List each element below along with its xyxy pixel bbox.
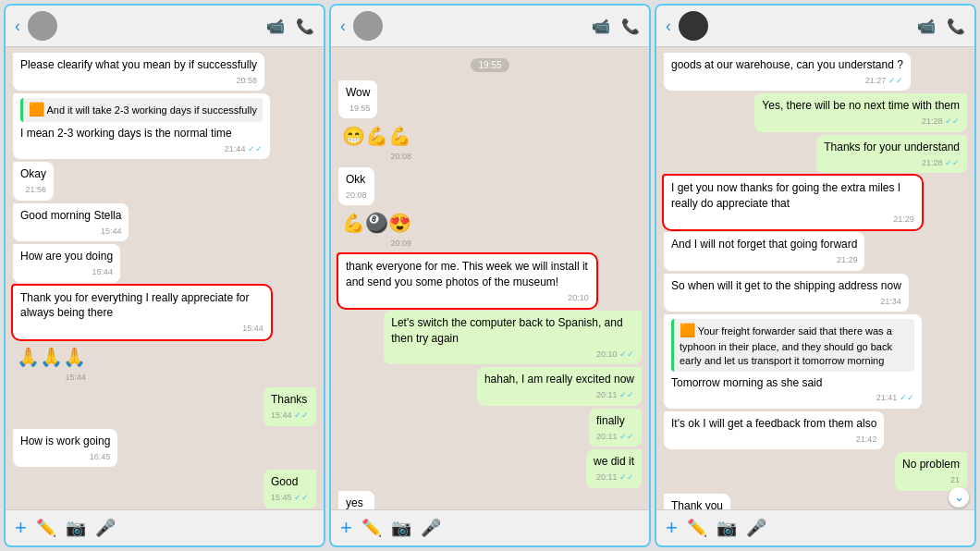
- msg-text: Okay: [20, 167, 46, 180]
- msg-time: 21:28 ✓✓: [824, 157, 960, 169]
- msg-text: goods at our warehouse, can you understa…: [671, 58, 903, 71]
- table-row: Please clearify what you mean by if succ…: [13, 53, 316, 91]
- msg-time: 20:11 ✓✓: [484, 389, 634, 401]
- scroll-down-button-3[interactable]: ⌄: [949, 487, 969, 508]
- chat-panel-1: ‹ 📹 📞 Please clearify what you mean by i…: [4, 4, 325, 547]
- tick-icon: ✓✓: [619, 472, 634, 482]
- camera-icon-1[interactable]: 📷: [66, 518, 86, 538]
- phone-icon-2[interactable]: 📞: [621, 18, 640, 35]
- bubble: Thanks 15:44 ✓✓: [263, 387, 316, 425]
- table-row: I get you now thanks for going the extra…: [664, 176, 967, 229]
- avatar-1: [28, 11, 57, 41]
- msg-time: 20:11 ✓✓: [596, 431, 634, 443]
- bubble: hahah, I am really excited now 20:11 ✓✓: [477, 367, 642, 405]
- bubble: 🟧 Your freight forwarder said that there…: [664, 314, 922, 409]
- table-row: 💪🎱😍 20:09: [338, 208, 642, 251]
- msg-text: Thanks: [271, 393, 307, 406]
- bubble: 😁💪💪 20:08: [338, 121, 415, 165]
- plus-button-3[interactable]: +: [666, 516, 678, 540]
- chat-panel-2: ‹ 📹 📞 19:55 Wow 19:55 😁💪💪 20:08: [329, 4, 651, 547]
- compose-icon-3[interactable]: ✏️: [687, 518, 707, 538]
- msg-text: Thanks for your understand: [824, 141, 960, 153]
- table-row: goods at our warehouse, can you understa…: [664, 53, 967, 91]
- msg-time: 21:34: [671, 296, 901, 308]
- bubble: Good 15:45 ✓✓: [263, 470, 316, 508]
- mic-icon-2[interactable]: 🎤: [421, 518, 441, 538]
- camera-icon-3[interactable]: 📷: [717, 518, 737, 538]
- phone-icon-3[interactable]: 📞: [947, 18, 965, 35]
- video-icon-1[interactable]: 📹: [266, 18, 285, 35]
- back-arrow-1[interactable]: ‹: [15, 17, 20, 36]
- mic-icon-3[interactable]: 🎤: [746, 518, 766, 538]
- bubble: No problem 21: [895, 452, 967, 490]
- tick-icon: ✓✓: [248, 144, 263, 153]
- msg-time: 15:45 ✓✓: [271, 492, 309, 504]
- msg-text: Good: [271, 475, 298, 488]
- tick-icon: ✓✓: [619, 349, 634, 359]
- table-row: Okk 20:08: [338, 167, 642, 205]
- tick-icon: ✓✓: [294, 410, 309, 420]
- chat-footer-2: + ✏️ 📷 🎤: [331, 509, 649, 545]
- bubble: we did it 20:11 ✓✓: [586, 449, 642, 487]
- quote-icon: 🟧: [29, 102, 44, 116]
- back-arrow-3[interactable]: ‹: [666, 17, 671, 36]
- msg-text: How are you doing: [20, 250, 113, 263]
- bubble: Yes, there will be no next time with the…: [754, 93, 967, 131]
- tick-icon: ✓✓: [900, 393, 914, 402]
- bubble: Okk 20:08: [338, 167, 374, 205]
- table-row: Let's switch the computer back to Spanis…: [338, 311, 642, 364]
- msg-time: 21:42: [671, 434, 876, 446]
- table-row: 🙏🙏🙏 15:44: [13, 342, 316, 386]
- bubble: How are you doing 15:44: [13, 244, 120, 282]
- bubble-highlighted: thank everyone for me. This week we will…: [338, 254, 596, 308]
- msg-text: hahah, I am really excited now: [484, 373, 634, 386]
- table-row: 🟧 Your freight forwarder said that there…: [664, 314, 967, 409]
- quoted-text-3: Your freight forwarder said that there w…: [680, 325, 892, 366]
- bubble: Wow 19:55: [338, 80, 377, 118]
- msg-text: Tomorrow morning as she said: [671, 376, 822, 389]
- msg-time: 20:08: [346, 190, 367, 202]
- msg-time: 21:29: [671, 214, 914, 226]
- back-arrow-2[interactable]: ‹: [340, 17, 346, 36]
- compose-icon-2[interactable]: ✏️: [361, 518, 382, 538]
- msg-text: Let's switch the computer back to Spanis…: [391, 316, 622, 345]
- header-icons-2: 📹 📞: [592, 18, 640, 35]
- bubble: Good morning Stella 15:44: [13, 203, 129, 241]
- msg-text: 🙏🙏🙏: [17, 347, 86, 367]
- table-row: Wow 19:55: [338, 80, 642, 118]
- video-icon-3[interactable]: 📹: [917, 18, 936, 35]
- plus-button-2[interactable]: +: [340, 516, 352, 540]
- time-badge-2: 19:55: [471, 58, 508, 72]
- tick-icon: ✓✓: [294, 493, 309, 502]
- msg-time: 20:10 ✓✓: [391, 349, 634, 361]
- chat-body-3: goods at our warehouse, can you understa…: [656, 47, 974, 509]
- msg-text: yes: [346, 496, 363, 509]
- msg-text: I mean 2-3 working days is the normal ti…: [20, 127, 232, 140]
- camera-icon-2[interactable]: 📷: [391, 518, 411, 538]
- bubble-highlighted: I get you now thanks for going the extra…: [664, 176, 922, 229]
- msg-time: 21:28 ✓✓: [762, 116, 960, 128]
- plus-button-1[interactable]: +: [15, 516, 27, 540]
- msg-time: 15:44: [17, 372, 86, 384]
- msg-text: How is work going: [20, 435, 110, 447]
- bubble: Please clearify what you mean by if succ…: [13, 53, 264, 91]
- avatar-3: [679, 11, 708, 41]
- table-row: So when will it get to the shipping addr…: [664, 274, 967, 312]
- mic-icon-1[interactable]: 🎤: [95, 518, 116, 538]
- chat-footer-1: + ✏️ 📷 🎤: [6, 509, 324, 545]
- table-row: No problem 21 ⌄: [664, 452, 967, 490]
- compose-icon-1[interactable]: ✏️: [36, 518, 56, 538]
- msg-time: 20:58: [20, 75, 257, 87]
- msg-text: finally: [596, 414, 625, 427]
- phone-icon-1[interactable]: 📞: [296, 18, 314, 35]
- video-icon-2[interactable]: 📹: [592, 18, 610, 35]
- msg-text: So when will it get to the shipping addr…: [671, 279, 901, 292]
- table-row: And I will not forget that going forward…: [664, 232, 967, 270]
- msg-time: 20:09: [342, 238, 411, 250]
- msg-text: I get you now thanks for going the extra…: [671, 181, 900, 210]
- tick-icon: ✓✓: [619, 432, 634, 441]
- tick-icon: ✓✓: [619, 390, 634, 399]
- table-row: Good 15:45 ✓✓: [13, 470, 316, 508]
- table-row: 🟧 And it will take 2-3 working days if s…: [13, 93, 316, 159]
- msg-time: 21: [902, 474, 960, 486]
